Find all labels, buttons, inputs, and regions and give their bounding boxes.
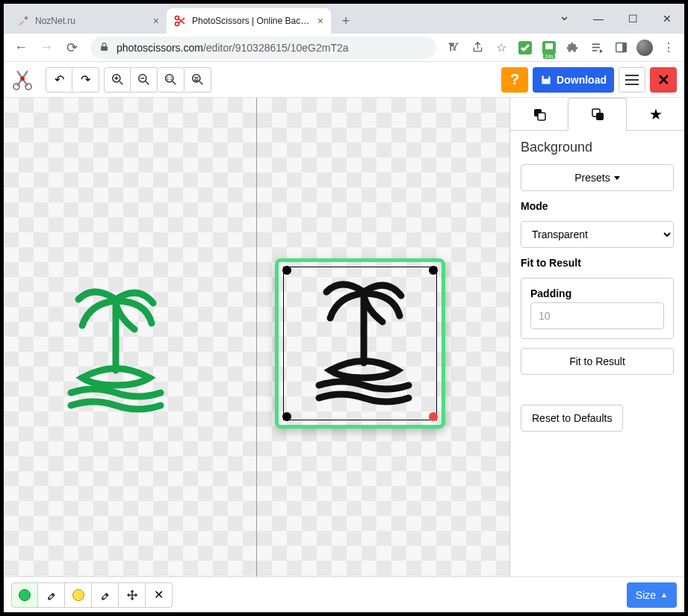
browser-tab-inactive[interactable]: NozNet.ru ×: [10, 8, 167, 34]
translate-icon[interactable]: [444, 38, 463, 57]
move-button[interactable]: [119, 582, 146, 608]
svg-rect-10: [622, 43, 626, 52]
new-tab-button[interactable]: +: [335, 10, 356, 31]
browser-titlebar: NozNet.ru × PhotoScissors | Online Backg…: [4, 4, 684, 34]
zoom-fit-button[interactable]: 1:1: [158, 67, 185, 93]
timer-extension-icon[interactable]: 24s: [539, 38, 559, 57]
close-app-button[interactable]: ✕: [650, 67, 677, 93]
presets-button[interactable]: Presets: [521, 164, 674, 191]
bottom-toolbar: ✕ Size▲: [4, 576, 684, 612]
tab-foreground[interactable]: [510, 98, 568, 130]
forward-button[interactable]: →: [35, 37, 58, 59]
redo-button[interactable]: ↷: [72, 67, 99, 93]
clear-button[interactable]: ✕: [146, 582, 173, 608]
bookmark-icon[interactable]: ☆: [492, 38, 511, 57]
tab-title: NozNet.ru: [35, 16, 149, 26]
url-input[interactable]: photoscissors.com/editor/910328615/10eG2…: [90, 37, 436, 59]
reload-button[interactable]: ⟳: [61, 37, 83, 59]
mark-bg-button[interactable]: [65, 582, 92, 608]
avatar[interactable]: [635, 38, 654, 57]
share-icon[interactable]: [468, 38, 487, 57]
minimize-button[interactable]: —: [581, 4, 616, 34]
app-logo: [11, 69, 34, 91]
chevron-down-icon[interactable]: ⌄: [547, 4, 581, 34]
fit-button[interactable]: Fit to Result: [521, 348, 674, 375]
tab-background[interactable]: [568, 98, 627, 131]
fit-label: Fit to Result: [521, 257, 674, 269]
save-icon: [540, 74, 552, 86]
url-domain: photoscissors.com: [117, 42, 203, 54]
panel-title: Background: [521, 140, 674, 155]
svg-rect-7: [592, 47, 599, 49]
reset-button[interactable]: Reset to Defaults: [521, 405, 623, 432]
download-button[interactable]: Download: [533, 67, 614, 93]
erase-bg-button[interactable]: [92, 582, 119, 608]
svg-rect-8: [592, 50, 597, 52]
address-bar: ← → ⟳ photoscissors.com/editor/910328615…: [4, 34, 684, 62]
result-image: [289, 270, 438, 419]
svg-point-12: [25, 84, 31, 90]
source-image: [41, 277, 190, 426]
maximize-button[interactable]: ☐: [616, 4, 650, 34]
panel-icon[interactable]: [611, 38, 630, 57]
svg-rect-19: [538, 113, 545, 120]
mode-select[interactable]: Transparent: [521, 221, 674, 248]
help-button[interactable]: ?: [501, 67, 528, 93]
main-area: ★ Background Presets Mode Transparent Fi…: [4, 98, 684, 605]
zoom-in-button[interactable]: [104, 67, 131, 93]
svg-rect-6: [592, 43, 599, 45]
close-icon[interactable]: ×: [153, 15, 159, 27]
url-path: /editor/910328615/10eG2mT2a: [203, 42, 349, 54]
playlist-icon[interactable]: [587, 38, 607, 57]
svg-point-0: [25, 16, 28, 19]
svg-rect-5: [545, 43, 553, 49]
size-button[interactable]: Size▲: [627, 582, 677, 608]
padding-input[interactable]: [530, 302, 664, 329]
tab-effects[interactable]: ★: [627, 98, 684, 130]
hamburger-menu[interactable]: [619, 67, 645, 93]
close-icon[interactable]: ×: [317, 15, 323, 27]
svg-rect-21: [596, 113, 604, 120]
padding-fieldset: Padding: [521, 278, 674, 339]
wrench-icon: [17, 15, 29, 27]
svg-text:1:1: 1:1: [167, 76, 173, 81]
sidebar: ★ Background Presets Mode Transparent Fi…: [509, 98, 684, 605]
undo-button[interactable]: ↶: [46, 67, 72, 93]
mode-label: Mode: [521, 200, 674, 212]
back-button[interactable]: ←: [10, 37, 32, 59]
browser-tab-active[interactable]: PhotoScissors | Online Backgroun ×: [167, 8, 331, 34]
menu-icon[interactable]: ⋮: [659, 38, 678, 57]
selection-box[interactable]: [275, 258, 445, 429]
svg-point-11: [13, 84, 19, 90]
zoom-out-button[interactable]: [131, 67, 158, 93]
extensions-icon[interactable]: [563, 38, 583, 57]
zoom-actual-button[interactable]: [185, 67, 211, 93]
app-toolbar: ↶ ↷ 1:1 ? Download ✕: [4, 62, 684, 98]
erase-fg-button[interactable]: [38, 582, 65, 608]
close-window-button[interactable]: ✕: [650, 4, 684, 34]
source-canvas[interactable]: [4, 98, 257, 605]
padding-label: Padding: [530, 287, 664, 299]
tab-title: PhotoScissors | Online Backgroun: [192, 16, 313, 26]
result-canvas[interactable]: [257, 98, 509, 605]
scissors-icon: [174, 15, 186, 27]
check-extension-icon[interactable]: [515, 38, 535, 57]
mark-fg-button[interactable]: [11, 582, 38, 608]
lock-icon: [99, 42, 109, 54]
